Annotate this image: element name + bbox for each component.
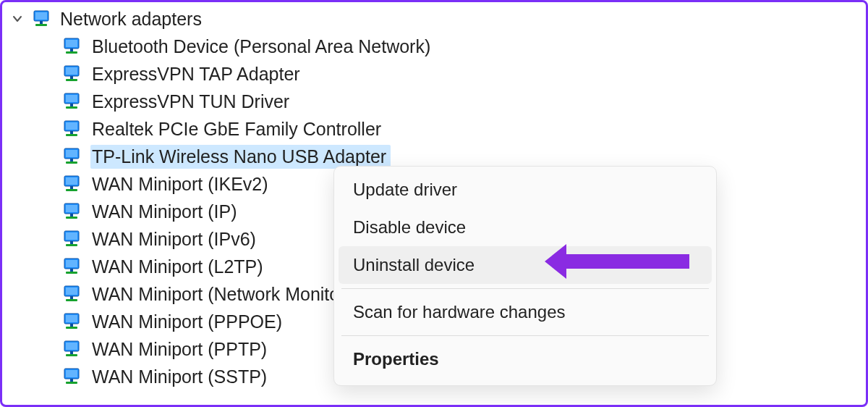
svg-rect-31 <box>66 217 77 219</box>
svg-rect-49 <box>66 343 77 350</box>
svg-rect-3 <box>35 24 47 26</box>
network-adapter-icon <box>60 310 83 333</box>
device-manager-frame: Network adapters Bluetooth Device (Perso… <box>0 0 868 407</box>
svg-rect-15 <box>66 106 77 109</box>
svg-rect-55 <box>66 382 77 384</box>
svg-rect-9 <box>66 67 77 75</box>
svg-rect-42 <box>70 296 73 299</box>
network-adapter-icon <box>60 35 83 58</box>
svg-rect-37 <box>66 260 77 267</box>
device-label: Bluetooth Device (Personal Area Network) <box>90 35 435 59</box>
svg-rect-47 <box>66 327 77 329</box>
menu-item[interactable]: Update driver <box>339 171 712 209</box>
menu-item[interactable]: Scan for hardware changes <box>339 293 712 331</box>
svg-rect-10 <box>70 76 73 79</box>
svg-rect-18 <box>70 131 73 134</box>
svg-rect-45 <box>66 315 77 322</box>
chevron-down-icon[interactable] <box>11 12 24 25</box>
device-label: ExpressVPN TUN Driver <box>90 90 294 114</box>
device-label: Realtek PCIe GbE Family Controller <box>90 117 386 141</box>
svg-rect-53 <box>66 370 77 377</box>
svg-rect-38 <box>70 269 73 272</box>
svg-rect-1 <box>35 12 47 20</box>
svg-rect-30 <box>70 214 73 217</box>
device-row[interactable]: Realtek PCIe GbE Family Controller <box>60 115 866 143</box>
device-label: WAN Miniport (Network Monitor) <box>90 282 356 306</box>
svg-rect-54 <box>70 379 73 382</box>
device-row[interactable]: ExpressVPN TAP Adapter <box>60 60 866 88</box>
network-adapter-icon <box>60 90 83 113</box>
device-label: WAN Miniport (L2TP) <box>90 255 268 279</box>
svg-rect-23 <box>66 161 77 164</box>
device-label: WAN Miniport (IP) <box>90 200 241 224</box>
svg-rect-2 <box>40 21 43 24</box>
device-label: WAN Miniport (PPPOE) <box>90 310 286 334</box>
svg-rect-21 <box>66 150 77 157</box>
network-adapter-icon <box>60 62 83 85</box>
menu-item[interactable]: Properties <box>339 340 712 378</box>
svg-rect-13 <box>66 95 77 102</box>
svg-rect-27 <box>66 189 77 191</box>
svg-rect-50 <box>70 351 73 354</box>
menu-separator <box>341 288 709 289</box>
device-label: WAN Miniport (PPTP) <box>90 337 271 361</box>
menu-item[interactable]: Disable device <box>339 209 712 246</box>
svg-rect-25 <box>66 177 77 185</box>
svg-rect-26 <box>70 186 73 189</box>
network-adapter-icon <box>60 200 83 223</box>
svg-rect-43 <box>66 299 77 301</box>
svg-rect-22 <box>70 159 73 161</box>
svg-rect-17 <box>66 122 77 130</box>
svg-rect-7 <box>66 51 77 54</box>
menu-item[interactable]: Uninstall device <box>339 246 712 284</box>
device-label: TP-Link Wireless Nano USB Adapter <box>90 145 391 169</box>
svg-rect-41 <box>66 288 77 295</box>
network-adapter-icon <box>60 117 83 140</box>
svg-rect-46 <box>70 324 73 327</box>
svg-rect-29 <box>66 205 77 212</box>
network-adapter-icon <box>30 7 53 30</box>
network-adapter-icon <box>60 172 83 196</box>
network-adapter-icon <box>60 337 83 361</box>
network-adapter-icon <box>60 145 83 168</box>
device-label: WAN Miniport (IPv6) <box>90 227 260 251</box>
svg-rect-14 <box>70 104 73 106</box>
menu-separator <box>341 335 709 336</box>
svg-rect-51 <box>66 354 77 356</box>
svg-rect-19 <box>66 134 77 136</box>
svg-rect-35 <box>66 244 77 246</box>
device-label: WAN Miniport (IKEv2) <box>90 172 273 196</box>
network-adapter-icon <box>60 282 83 306</box>
device-label: WAN Miniport (SSTP) <box>90 365 271 389</box>
svg-rect-33 <box>66 232 77 240</box>
network-adapter-icon <box>60 255 83 278</box>
device-label: ExpressVPN TAP Adapter <box>90 62 305 86</box>
context-menu: Update driverDisable deviceUninstall dev… <box>333 166 717 386</box>
svg-rect-6 <box>70 49 73 51</box>
svg-rect-11 <box>66 79 77 81</box>
network-adapter-icon <box>60 227 83 251</box>
svg-rect-34 <box>70 241 73 244</box>
category-label: Network adapters <box>60 9 202 30</box>
svg-rect-39 <box>66 272 77 274</box>
svg-rect-5 <box>66 40 77 47</box>
device-row[interactable]: ExpressVPN TUN Driver <box>60 88 866 115</box>
device-row[interactable]: Bluetooth Device (Personal Area Network) <box>60 33 866 60</box>
network-adapter-icon <box>60 365 83 388</box>
category-network-adapters[interactable]: Network adapters <box>11 5 866 33</box>
